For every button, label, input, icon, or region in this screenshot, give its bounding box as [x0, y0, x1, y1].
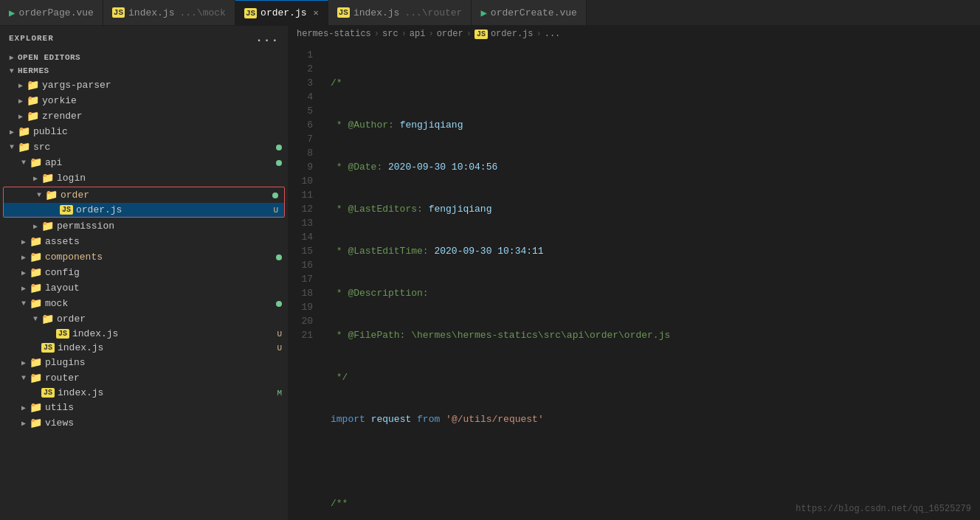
folder-label: plugins — [45, 357, 288, 368]
section-hermes[interactable]: ▼ HERMES — [0, 64, 288, 77]
folder-label: api — [45, 157, 276, 168]
chevron-right-icon: ▶ — [18, 268, 30, 277]
folder-special-icon: 📁 — [30, 251, 42, 263]
tab-index-mock[interactable]: JS index.js ...\mock — [103, 0, 235, 25]
js-file-icon: JS — [56, 329, 69, 339]
tab-order-js[interactable]: JS order.js ✕ — [235, 0, 328, 25]
tab-label: index.js — [353, 7, 399, 18]
folder-icon: 📁 — [41, 313, 54, 325]
tree-item-public[interactable]: ▶ 📁 public — [0, 124, 288, 139]
tree-item-mock[interactable]: ▼ 📁 mock — [0, 296, 288, 311]
folder-special-icon: 📁 — [30, 297, 42, 310]
chevron-down-icon: ▼ — [30, 315, 41, 323]
js-icon: JS — [337, 7, 350, 18]
tree-item-permission[interactable]: ▶ 📁 permission — [0, 218, 288, 234]
breadcrumb-part: order.js — [491, 29, 534, 39]
sidebar-header: EXPLORER ... — [0, 26, 288, 51]
chevron-right-icon: ▶ — [15, 112, 27, 121]
modified-dot — [276, 145, 282, 150]
tab-label: orderCreate.vue — [491, 7, 577, 18]
code-line-3: * @Date: 2020-09-30 10:04:56 — [331, 160, 980, 174]
tree-item-views[interactable]: ▶ 📁 views — [0, 415, 288, 431]
section-label: HERMES — [18, 66, 49, 75]
chevron-right-icon: ▶ — [18, 358, 30, 367]
chevron-right-icon: ▶ — [18, 238, 30, 246]
vue-icon: ▶ — [9, 7, 15, 19]
tree-item-src[interactable]: ▼ 📁 src — [0, 139, 288, 155]
breadcrumb-sep: › — [466, 29, 472, 39]
folder-icon: 📁 — [27, 110, 39, 122]
folder-label: login — [57, 173, 288, 184]
tree-item-router[interactable]: ▼ 📁 router — [0, 370, 288, 386]
js-file-icon: JS — [41, 388, 55, 398]
tab-label: orderPage.vue — [18, 7, 93, 18]
tab-label: order.js — [260, 7, 306, 18]
tree-item-utils[interactable]: ▶ 📁 utils — [0, 400, 288, 415]
tree-item-order-js[interactable]: JS order.js U — [4, 203, 284, 217]
folder-special-icon: 📁 — [30, 235, 42, 248]
folder-label: zrender — [42, 111, 288, 122]
tree-item-yorkie[interactable]: ▶ 📁 yorkie — [0, 93, 288, 108]
tab-orderpage[interactable]: ▶ orderPage.vue — [0, 0, 103, 25]
tab-close-button[interactable]: ✕ — [314, 7, 319, 18]
tree-item-components[interactable]: ▶ 📁 components — [0, 249, 288, 265]
main-layout: EXPLORER ... ▶ OPEN EDITORS ▼ HERMES ▶ 📁… — [0, 26, 980, 520]
folder-label: assets — [45, 236, 288, 247]
folder-label: mock — [45, 298, 276, 309]
chevron-right-icon: ▶ — [30, 174, 41, 183]
folder-label: order — [57, 313, 288, 325]
tab-ordercreate[interactable]: ▶ orderCreate.vue — [472, 0, 586, 25]
tree-item-config[interactable]: ▶ 📁 config — [0, 265, 288, 280]
tree-item-router-index[interactable]: JS index.js M — [0, 386, 288, 400]
breadcrumb: hermes-statics › src › api › order › JS … — [288, 26, 980, 42]
chevron-right-icon: ▶ — [6, 128, 18, 136]
code-editor[interactable]: 1 2 3 4 5 6 7 8 9 10 11 12 13 14 15 16 1… — [288, 42, 980, 520]
js-file-icon: JS — [60, 205, 73, 215]
tree-item-layout[interactable]: ▶ 📁 layout — [0, 280, 288, 296]
code-line-7: * @FilePath: \hermes\hermes-statics\src\… — [331, 328, 980, 342]
file-label: index.js — [58, 342, 277, 353]
breadcrumb-part: order — [437, 29, 463, 39]
tree-item-mock-order-index[interactable]: JS index.js U — [0, 327, 288, 341]
folder-label: permission — [57, 221, 288, 232]
chevron-down-icon: ▼ — [6, 143, 18, 151]
tree-item-zrender[interactable]: ▶ 📁 zrender — [0, 108, 288, 124]
tree-item-login[interactable]: ▶ 📁 login — [0, 170, 288, 186]
chevron-right-icon: ▶ — [6, 53, 18, 62]
breadcrumb-sep: › — [428, 29, 433, 39]
tree-item-order[interactable]: ▼ 📁 order — [4, 187, 284, 203]
red-border-order-group: ▼ 📁 order JS order.js U — [3, 187, 285, 218]
breadcrumb-sep: › — [536, 29, 542, 39]
tree-item-yargs-parser[interactable]: ▶ 📁 yargs-parser — [0, 77, 288, 93]
watermark: https://blog.csdn.net/qq_16525279 — [796, 504, 971, 514]
tree-item-assets[interactable]: ▶ 📁 assets — [0, 234, 288, 249]
folder-label: components — [45, 252, 276, 263]
chevron-down-icon: ▼ — [18, 374, 30, 382]
breadcrumb-part: hermes-statics — [297, 29, 371, 39]
chevron-down-icon: ▼ — [18, 299, 30, 308]
folder-special-icon: 📁 — [30, 156, 42, 169]
tab-bar: ▶ orderPage.vue JS index.js ...\mock JS … — [0, 0, 980, 26]
chevron-down-icon: ▼ — [18, 159, 30, 167]
breadcrumb-part: api — [410, 29, 426, 39]
more-icon[interactable]: ... — [255, 32, 279, 45]
section-open-editors[interactable]: ▶ OPEN EDITORS — [0, 51, 288, 64]
tree-item-mock-index[interactable]: JS index.js U — [0, 341, 288, 355]
folder-special-icon: 📁 — [30, 282, 42, 294]
tab-label: index.js — [128, 7, 174, 18]
code-line-9: import request from '@/utils/request' — [331, 412, 980, 426]
tree-item-plugins[interactable]: ▶ 📁 plugins — [0, 355, 288, 370]
code-content[interactable]: /* * @Author: fengjiqiang * @Date: 2020-… — [325, 42, 980, 520]
file-label: index.js — [72, 328, 277, 339]
folder-special-icon: 📁 — [30, 401, 42, 414]
tree-item-api[interactable]: ▼ 📁 api — [0, 155, 288, 170]
code-line-8: */ — [331, 370, 980, 384]
folder-special-icon: 📁 — [30, 417, 42, 429]
file-badge: U — [277, 344, 282, 353]
chevron-right-icon: ▶ — [30, 222, 41, 231]
tab-index-router[interactable]: JS index.js ...\router — [328, 0, 472, 25]
tab-sublabel: ...\router — [404, 7, 462, 18]
code-line-2: * @Author: fengjiqiang — [331, 118, 980, 132]
folder-label: public — [33, 126, 288, 137]
tree-item-mock-order[interactable]: ▼ 📁 order — [0, 311, 288, 327]
